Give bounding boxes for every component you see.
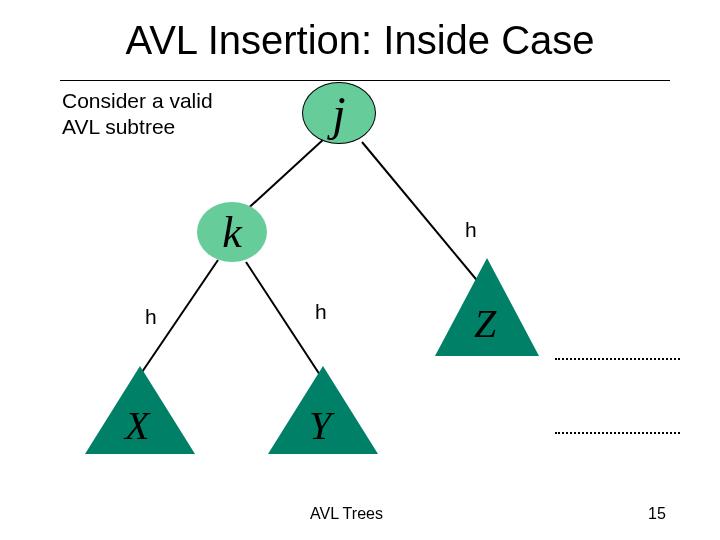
node-j: j	[302, 82, 376, 144]
h-label-x: h	[145, 305, 157, 329]
tree-edges	[0, 0, 720, 540]
slide: AVL Insertion: Inside Case Consider a va…	[0, 0, 720, 540]
node-k-label: k	[222, 207, 242, 258]
dotted-line-lower	[555, 432, 680, 434]
node-k: k	[197, 202, 267, 262]
triangle-y-label: Y	[309, 402, 331, 449]
title-rule	[60, 80, 670, 81]
triangle-x-label: X	[125, 402, 149, 449]
h-label-y: h	[315, 300, 327, 324]
slide-title: AVL Insertion: Inside Case	[0, 18, 720, 63]
page-number: 15	[648, 505, 666, 523]
note-line-2: AVL subtree	[62, 115, 175, 138]
svg-line-3	[246, 262, 320, 375]
triangle-z-label: Z	[474, 300, 496, 347]
note-text: Consider a valid AVL subtree	[62, 88, 213, 141]
h-label-z: h	[465, 218, 477, 242]
node-j-label: j	[332, 86, 345, 141]
note-line-1: Consider a valid	[62, 89, 213, 112]
dotted-line-upper	[555, 358, 680, 360]
footer-label: AVL Trees	[310, 505, 383, 523]
